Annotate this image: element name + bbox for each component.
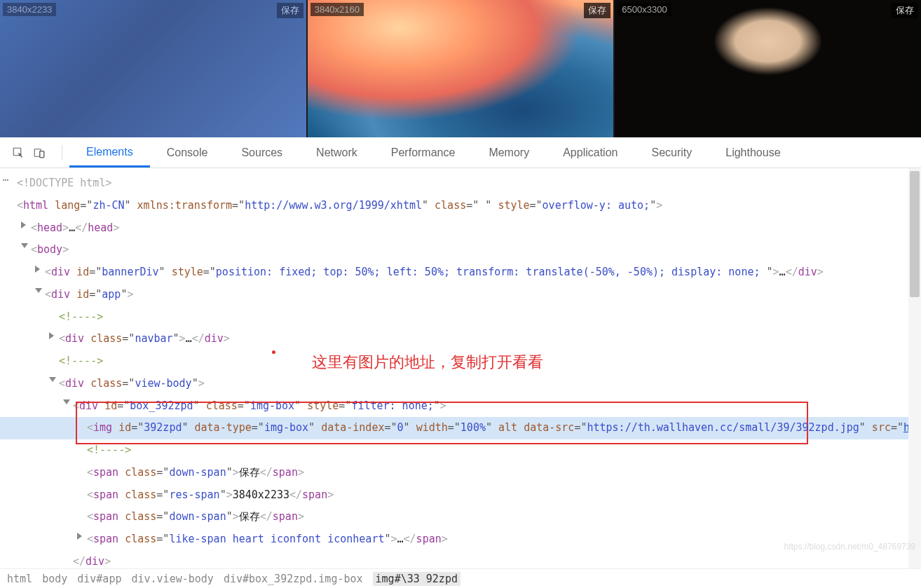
dom-node-comment[interactable]: <!---->	[0, 439, 921, 462]
dom-node-likespan[interactable]: <span class="like-span heart iconfont ic…	[0, 528, 921, 551]
breadcrumb-item[interactable]: html	[7, 573, 32, 585]
svg-rect-2	[40, 151, 44, 157]
expand-arrow-icon[interactable]	[21, 221, 26, 228]
dom-node-resspan[interactable]: <span class="res-span">3840x2233</span>	[0, 484, 921, 507]
dom-node-bannerdiv[interactable]: <div id="bannerDiv" style="position: fix…	[0, 261, 921, 284]
tab-memory[interactable]: Memory	[472, 139, 546, 166]
gallery-item[interactable]: 3840x2160 保存	[308, 0, 614, 137]
expand-arrow-icon[interactable]	[77, 533, 82, 540]
dom-node-doctype[interactable]: <!DOCTYPE html>	[0, 172, 921, 195]
resolution-badge: 3840x2160	[311, 3, 364, 16]
dom-node-head[interactable]: <head>…</head>	[0, 217, 921, 240]
gallery-item[interactable]: 6500x3300 保存	[615, 0, 921, 137]
dom-node-body[interactable]: <body>	[0, 239, 921, 261]
save-badge[interactable]: 保存	[584, 3, 610, 18]
device-toggle-icon[interactable]	[29, 143, 49, 163]
dom-node-divclose[interactable]: </div>	[0, 551, 921, 568]
dom-node-downspan[interactable]: <span class="down-span">保存</span>	[0, 462, 921, 484]
tab-application[interactable]: Application	[546, 139, 634, 166]
dom-node-downspan2[interactable]: <span class="down-span">保存</span>	[0, 506, 921, 528]
vertical-scrollbar[interactable]	[908, 168, 921, 568]
tab-elements[interactable]: Elements	[69, 139, 150, 167]
tab-console[interactable]: Console	[150, 139, 225, 166]
dom-node-html[interactable]: <html lang="zh-CN" xmlns:transform="http…	[0, 195, 921, 217]
save-badge[interactable]: 保存	[892, 3, 918, 18]
annotation-text: 这里有图片的地址，复制打开看看	[312, 352, 543, 373]
dom-node-img[interactable]: <img id="392zpd" data-type="img-box" dat…	[0, 417, 921, 439]
resolution-badge: 3840x2233	[3, 3, 56, 16]
tab-sources[interactable]: Sources	[224, 139, 299, 166]
dom-breadcrumb: html body div#app div.view-body div#box_…	[0, 568, 921, 588]
breadcrumb-item[interactable]: img#\33 92zpd	[373, 572, 460, 586]
watermark-text: https://blog.csdn.net/m0_48769739	[784, 542, 915, 552]
expand-arrow-icon[interactable]	[35, 266, 40, 273]
resolution-badge: 6500x3300	[618, 3, 671, 16]
collapse-arrow-icon[interactable]	[63, 399, 70, 404]
breadcrumb-item[interactable]: div#app	[77, 573, 121, 585]
gallery-item[interactable]: 3840x2233 保存	[0, 0, 306, 137]
dom-node-app[interactable]: <div id="app">	[0, 284, 921, 306]
dom-node-viewbody[interactable]: <div class="view-body">	[0, 373, 921, 395]
overflow-dots-icon[interactable]: ⋯	[3, 174, 9, 185]
dom-node-comment[interactable]: <!---->	[0, 306, 921, 329]
devtools-tabs-bar: Elements Console Sources Network Perform…	[0, 137, 921, 168]
tab-performance[interactable]: Performance	[374, 139, 472, 166]
tab-security[interactable]: Security	[634, 139, 709, 166]
scroll-thumb[interactable]	[910, 171, 920, 297]
dom-node-imgbox[interactable]: <div id="box_392zpd" class="img-box" sty…	[0, 395, 921, 418]
collapse-arrow-icon[interactable]	[35, 288, 42, 293]
dom-selected-row[interactable]: ⋯ <img id="392zpd" data-type="img-box" d…	[0, 417, 921, 439]
dom-tree-panel[interactable]: <!DOCTYPE html> <html lang="zh-CN" xmlns…	[0, 168, 921, 568]
save-badge[interactable]: 保存	[277, 3, 303, 18]
tab-lighthouse[interactable]: Lighthouse	[709, 139, 797, 166]
collapse-arrow-icon[interactable]	[21, 243, 28, 248]
devtools-panel: Elements Console Sources Network Perform…	[0, 137, 921, 588]
breadcrumb-item[interactable]: div#box_392zpd.img-box	[224, 573, 363, 585]
dom-node-navbar[interactable]: <div class="navbar">…</div>	[0, 328, 921, 350]
tab-network[interactable]: Network	[299, 139, 374, 166]
breadcrumb-item[interactable]: div.view-body	[131, 573, 213, 585]
separator	[62, 145, 62, 160]
collapse-arrow-icon[interactable]	[49, 377, 56, 382]
breadcrumb-item[interactable]: body	[42, 573, 67, 585]
image-gallery: 3840x2233 保存 3840x2160 保存 6500x3300 保存	[0, 0, 921, 137]
expand-arrow-icon[interactable]	[49, 332, 54, 339]
inspect-element-icon[interactable]	[8, 143, 28, 163]
